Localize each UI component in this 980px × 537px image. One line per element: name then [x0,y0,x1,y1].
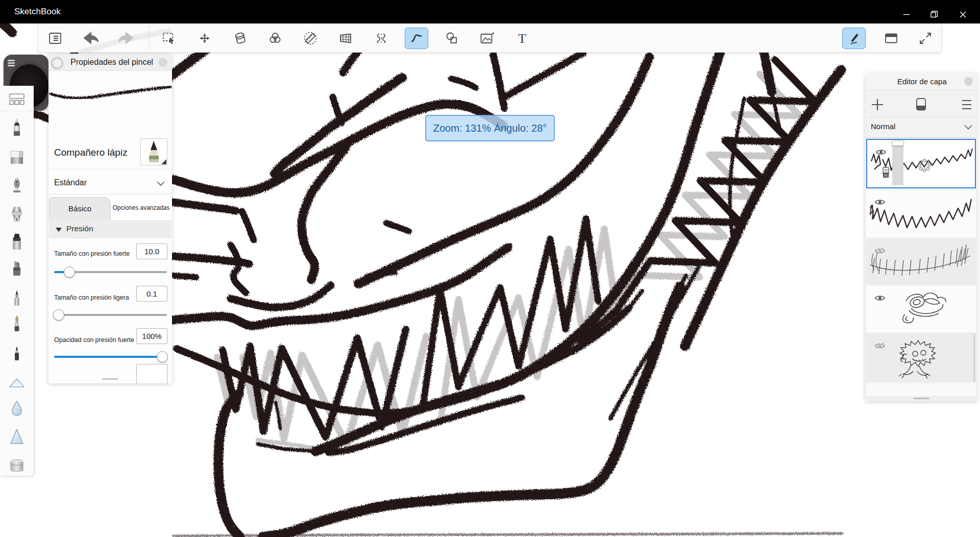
svg-text:T: T [518,31,526,46]
